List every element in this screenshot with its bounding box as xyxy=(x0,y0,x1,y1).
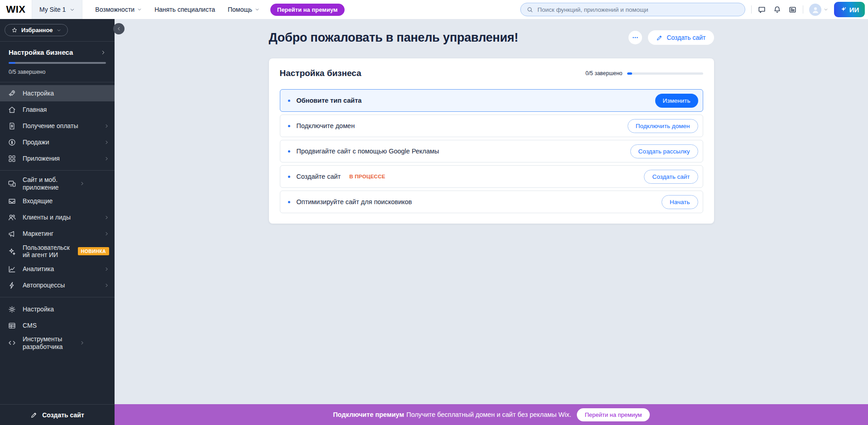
nav-item[interactable]: Возможности xyxy=(95,6,142,13)
new-badge: НОВИНКА xyxy=(78,247,109,255)
banner-premium-button[interactable]: Перейти на премиум xyxy=(577,408,649,421)
nav-item-label: Помощь xyxy=(228,6,252,13)
setup-progress-bar xyxy=(9,62,106,64)
sidebar-divider xyxy=(0,297,115,297)
chevron-right-icon xyxy=(101,50,106,55)
chevron-right-icon xyxy=(104,215,109,220)
premium-banner: Подключите премиум Получите бесплатный д… xyxy=(115,404,868,425)
chevron-down-icon xyxy=(57,28,61,33)
task-row: Оптимизируйте сайт для поисковиковНачать xyxy=(280,191,703,213)
rocket-icon xyxy=(8,89,16,98)
business-setup-card: Настройка бизнеса 0/5 завершено Обновите… xyxy=(269,58,714,224)
task-bullet xyxy=(288,176,290,178)
task-label: Оптимизируйте сайт для поисковиков xyxy=(297,198,412,205)
sidebar-item[interactable]: Инструменты разработчика xyxy=(0,334,115,353)
sidebar-item[interactable]: Продажи xyxy=(0,134,115,150)
chevron-right-icon xyxy=(104,267,109,272)
avatar xyxy=(809,4,821,16)
sidebar-item[interactable]: Настройка xyxy=(0,85,115,101)
more-actions-button[interactable] xyxy=(628,31,642,44)
news-icon xyxy=(788,5,797,14)
sidebar-item-label: Сайт и моб. приложение xyxy=(23,176,73,191)
site-switcher[interactable]: My Site 1 xyxy=(32,0,82,19)
sidebar-item[interactable]: Аналитика xyxy=(0,261,115,277)
task-bullet xyxy=(288,100,290,102)
ai-assistant-button[interactable]: ИИ xyxy=(834,2,865,17)
chevron-down-icon xyxy=(255,7,259,12)
topbar: WIX My Site 1 ВозможностиНанять специали… xyxy=(0,0,868,19)
sidebar-divider xyxy=(0,170,115,171)
sidebar-item-label: Главная xyxy=(23,106,109,114)
task-bullet xyxy=(288,201,290,203)
sidebar-item[interactable]: Маркетинг xyxy=(0,226,115,242)
dots-icon xyxy=(632,34,639,41)
nav-item[interactable]: Нанять специалиста xyxy=(154,6,215,13)
sidebar-item-label: CMS xyxy=(23,322,109,329)
contacts-icon xyxy=(8,213,16,222)
sidebar-item[interactable]: Входящие xyxy=(0,193,115,210)
task-action-button[interactable]: Подключить домен xyxy=(628,119,698,133)
create-site-button[interactable]: Создать сайт xyxy=(648,30,714,45)
chevron-right-icon xyxy=(104,140,109,145)
news-button[interactable] xyxy=(788,5,797,14)
main-area: Добро пожаловать в панель управления! Со… xyxy=(115,19,868,404)
wix-logo[interactable]: WIX xyxy=(0,4,32,15)
sidebar-item-label: Входящие xyxy=(23,197,109,205)
sidebar-setup-section[interactable]: Настройка бизнеса 0/5 завершено xyxy=(0,42,115,82)
home-icon xyxy=(8,105,16,114)
sidebar-item[interactable]: Получение оплаты xyxy=(0,118,115,134)
task-action-button[interactable]: Создать рассылку xyxy=(630,144,698,158)
ai-agent-icon xyxy=(8,247,16,256)
topbar-right: ИИ xyxy=(520,2,868,17)
favorites-button[interactable]: Избранное xyxy=(5,24,68,36)
task-action-button[interactable]: Создать сайт xyxy=(644,170,698,184)
search-input[interactable] xyxy=(537,6,739,13)
sidebar-item[interactable]: Главная xyxy=(0,101,115,118)
sidebar-item-label: Инструменты разработчика xyxy=(23,335,73,351)
favorites-row: Избранное xyxy=(0,19,115,42)
banner-text: Получите бесплатный домен и сайт без рек… xyxy=(406,411,571,418)
topbar-nav: ВозможностиНанять специалистаПомощь xyxy=(95,6,259,13)
chevron-right-icon xyxy=(104,231,109,236)
sidebar-item-label: Настройка xyxy=(23,90,109,97)
chat-button[interactable] xyxy=(758,5,766,14)
inbox-icon xyxy=(8,197,16,205)
topbar-icon-buttons xyxy=(758,5,797,14)
sidebar-item[interactable]: Настройка xyxy=(0,301,115,317)
task-row: Обновите тип сайтаИзменить xyxy=(280,89,703,112)
payments-icon xyxy=(8,122,16,130)
chevron-right-icon xyxy=(104,283,109,288)
sidebar-item[interactable]: Клиенты и лиды xyxy=(0,210,115,226)
chat-icon xyxy=(758,5,766,14)
chevron-right-icon xyxy=(104,156,109,161)
task-action-button[interactable]: Изменить xyxy=(655,94,698,108)
nav-item[interactable]: Помощь xyxy=(228,6,259,13)
sidebar-item[interactable]: CMS xyxy=(0,317,115,334)
premium-upgrade-button[interactable]: Перейти на премиум xyxy=(270,4,345,16)
nav-item-label: Нанять специалиста xyxy=(154,6,215,13)
setup-progress-fill xyxy=(9,62,15,64)
sidebar-item[interactable]: Приложения xyxy=(0,150,115,167)
chevron-right-icon xyxy=(80,181,85,186)
task-row: Создайте сайтВ ПРОЦЕССЕСоздать сайт xyxy=(280,165,703,188)
chevron-right-icon xyxy=(104,124,109,129)
sidebar-item[interactable]: Пользовательский агент ИИНОВИНКА xyxy=(0,242,115,261)
sidebar-item[interactable]: Сайт и моб. приложение xyxy=(0,174,115,193)
sidebar: Избранное Настройка бизнеса 0/5 завершен… xyxy=(0,19,115,425)
sidebar-item-label: Автопроцессы xyxy=(23,282,98,289)
chevron-down-icon xyxy=(70,7,75,12)
sidebar-item-label: Клиенты и лиды xyxy=(23,214,98,221)
notifications-button[interactable] xyxy=(773,5,782,14)
divider xyxy=(751,5,752,14)
create-site-label: Создать сайт xyxy=(42,411,84,419)
sidebar-item[interactable]: Автопроцессы xyxy=(0,277,115,293)
site-switcher-label: My Site 1 xyxy=(39,6,66,13)
sidebar-collapse-button[interactable] xyxy=(113,23,125,34)
task-row: Продвигайте сайт с помощью Google Реклам… xyxy=(280,140,703,162)
sidebar-item-label: Настройка xyxy=(23,306,109,313)
account-menu[interactable] xyxy=(809,4,828,16)
person-icon xyxy=(811,5,820,14)
dev-tools-icon xyxy=(8,339,16,347)
sidebar-create-site-button[interactable]: Создать сайт xyxy=(0,404,115,425)
task-action-button[interactable]: Начать xyxy=(662,195,698,209)
